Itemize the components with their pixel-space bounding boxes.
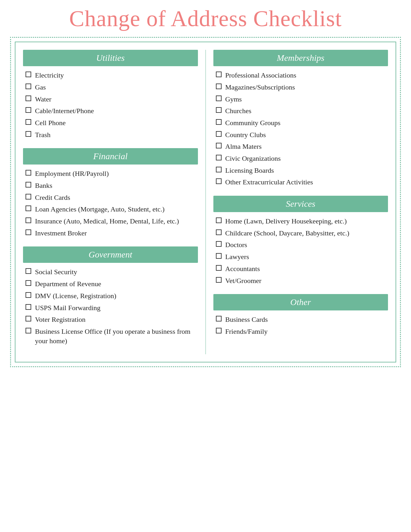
list-item: Magazines/Subscriptions xyxy=(216,83,388,92)
memberships-list: Professional Associations Magazines/Subs… xyxy=(216,71,388,187)
list-item: Voter Registration xyxy=(26,315,198,324)
checkbox[interactable] xyxy=(26,72,31,77)
checkbox[interactable] xyxy=(216,72,222,77)
item-text: Banks xyxy=(35,181,198,190)
checkbox[interactable] xyxy=(26,84,31,89)
list-item: Professional Associations xyxy=(216,71,388,80)
list-item: Trash xyxy=(26,130,198,140)
columns-container: Utilities Electricity Gas Water Cable/In… xyxy=(23,50,388,354)
checkbox[interactable] xyxy=(216,84,222,89)
checkbox[interactable] xyxy=(216,328,222,333)
list-item: Civic Organizations xyxy=(216,154,388,163)
item-text: Credit Cards xyxy=(35,193,198,202)
checkbox[interactable] xyxy=(216,241,222,247)
list-item: Business License Office (If you operate … xyxy=(26,327,198,345)
checkbox[interactable] xyxy=(216,95,222,101)
checkbox[interactable] xyxy=(26,229,31,235)
checkbox[interactable] xyxy=(216,131,222,137)
section-financial: Financial Employment (HR/Payroll) Banks … xyxy=(23,148,198,238)
item-text: Insurance (Auto, Medical, Home, Dental, … xyxy=(35,217,198,226)
list-item: Country Clubs xyxy=(216,130,388,140)
checkbox[interactable] xyxy=(216,277,222,283)
item-text: Childcare (School, Daycare, Babysitter, … xyxy=(225,228,388,238)
checkbox[interactable] xyxy=(216,167,222,172)
item-text: Department of Revenue xyxy=(35,279,198,289)
item-text: Business License Office (If you operate … xyxy=(35,327,198,345)
checkbox[interactable] xyxy=(26,107,31,113)
item-text: Friends/Family xyxy=(225,327,388,336)
list-item: Banks xyxy=(26,181,198,190)
checkbox[interactable] xyxy=(26,328,31,333)
list-item: USPS Mail Forwarding xyxy=(26,303,198,313)
outer-border: Utilities Electricity Gas Water Cable/In… xyxy=(10,37,401,367)
checkbox[interactable] xyxy=(26,119,31,125)
section-memberships: Memberships Professional Associations Ma… xyxy=(213,50,388,187)
checkbox[interactable] xyxy=(216,217,222,223)
list-item: Lawyers xyxy=(216,252,388,262)
checkbox[interactable] xyxy=(26,217,31,223)
checkbox[interactable] xyxy=(26,304,31,310)
item-text: Cable/Internet/Phone xyxy=(35,106,198,116)
list-item: Insurance (Auto, Medical, Home, Dental, … xyxy=(26,217,198,226)
item-text: Electricity xyxy=(35,71,198,80)
section-other: Other Business Cards Friends/Family xyxy=(213,294,388,336)
item-text: Gas xyxy=(35,83,198,92)
item-text: Social Security xyxy=(35,267,198,277)
memberships-header: Memberships xyxy=(213,50,388,66)
item-text: Country Clubs xyxy=(225,130,388,140)
checkbox[interactable] xyxy=(26,268,31,274)
services-header: Services xyxy=(213,196,388,212)
checkbox[interactable] xyxy=(26,182,31,188)
list-item: Friends/Family xyxy=(216,327,388,336)
inner-border: Utilities Electricity Gas Water Cable/In… xyxy=(15,42,396,362)
item-text: DMV (License, Registration) xyxy=(35,291,198,301)
checkbox[interactable] xyxy=(216,178,222,184)
list-item: Employment (HR/Payroll) xyxy=(26,169,198,178)
other-list: Business Cards Friends/Family xyxy=(216,315,388,336)
list-item: Electricity xyxy=(26,71,198,80)
list-item: DMV (License, Registration) xyxy=(26,291,198,301)
financial-list: Employment (HR/Payroll) Banks Credit Car… xyxy=(26,169,198,238)
item-text: Professional Associations xyxy=(225,71,388,80)
checkbox[interactable] xyxy=(216,143,222,148)
government-list: Social Security Department of Revenue DM… xyxy=(26,267,198,345)
checkbox[interactable] xyxy=(216,253,222,259)
checkbox[interactable] xyxy=(216,119,222,125)
list-item: Gas xyxy=(26,83,198,92)
item-text: Investment Broker xyxy=(35,228,198,238)
section-utilities: Utilities Electricity Gas Water Cable/In… xyxy=(23,50,198,139)
section-government: Government Social Security Department of… xyxy=(23,246,198,345)
list-item: Credit Cards xyxy=(26,193,198,202)
list-item: Community Groups xyxy=(216,118,388,128)
checkbox[interactable] xyxy=(216,265,222,271)
checkbox[interactable] xyxy=(26,316,31,321)
checkbox[interactable] xyxy=(216,316,222,321)
services-list: Home (Lawn, Delivery Housekeeping, etc.)… xyxy=(216,217,388,285)
item-text: Alma Maters xyxy=(225,142,388,151)
checkbox[interactable] xyxy=(216,229,222,235)
checkbox[interactable] xyxy=(26,194,31,200)
checkbox[interactable] xyxy=(26,280,31,286)
checkbox[interactable] xyxy=(216,107,222,113)
checkbox[interactable] xyxy=(26,205,31,211)
checkbox[interactable] xyxy=(26,131,31,137)
utilities-header: Utilities xyxy=(23,50,198,66)
list-item: Doctors xyxy=(216,240,388,250)
item-text: Civic Organizations xyxy=(225,154,388,163)
item-text: USPS Mail Forwarding xyxy=(35,303,198,313)
item-text: Loan Agencies (Mortgage, Auto, Student, … xyxy=(35,205,198,214)
list-item: Cable/Internet/Phone xyxy=(26,106,198,116)
item-text: Water xyxy=(35,95,198,104)
checkbox[interactable] xyxy=(26,95,31,101)
checkbox[interactable] xyxy=(26,292,31,298)
page-title: Change of Address Checklist xyxy=(69,6,342,31)
item-text: Gyms xyxy=(225,95,388,104)
item-text: Cell Phone xyxy=(35,118,198,128)
section-services: Services Home (Lawn, Delivery Housekeepi… xyxy=(213,196,388,285)
item-text: Lawyers xyxy=(225,252,388,262)
checkbox[interactable] xyxy=(216,155,222,160)
checkbox[interactable] xyxy=(26,170,31,176)
item-text: Voter Registration xyxy=(35,315,198,324)
list-item: Loan Agencies (Mortgage, Auto, Student, … xyxy=(26,205,198,214)
item-text: Other Extracurricular Activities xyxy=(225,177,388,187)
